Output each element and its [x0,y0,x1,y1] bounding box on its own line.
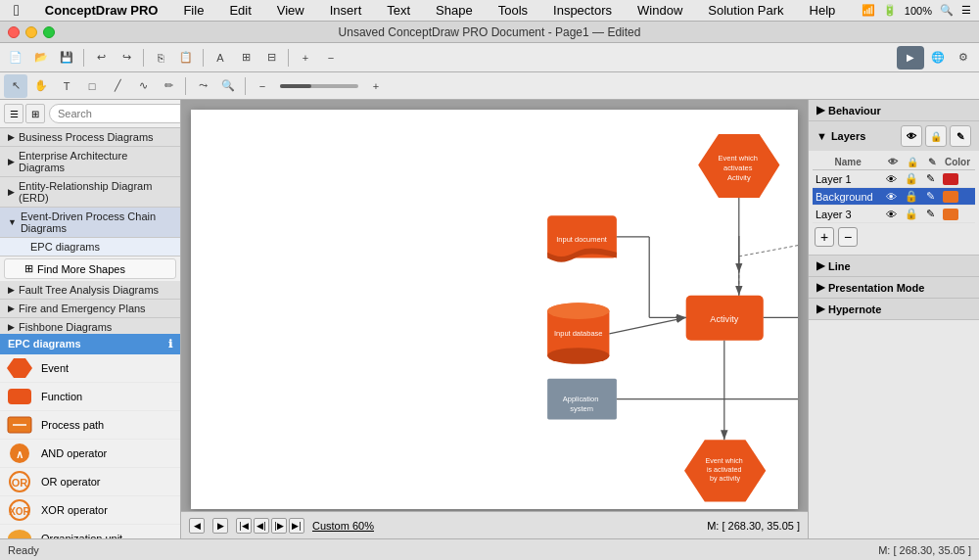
layer1-edit[interactable]: ✎ [923,170,940,188]
page-nav-3[interactable]: |▶ [271,518,287,534]
present-button[interactable]: ▶ [897,46,924,70]
menu-shape[interactable]: Shape [430,1,479,20]
layer3-color[interactable] [940,206,975,223]
category-erd[interactable]: ▶Entity-Relationship Diagram (ERD) [0,177,180,208]
curve-tool[interactable]: ∿ [131,74,155,98]
window-controls[interactable] [8,26,55,38]
redo-button[interactable]: ↪ [115,46,138,70]
menu-text[interactable]: Text [381,1,416,20]
category-event-driven[interactable]: ▼Event-Driven Process Chain Diagrams [0,208,180,238]
find-more-shapes-button[interactable]: ⊞Find More Shapes [4,258,176,279]
paste-button[interactable]: 📋 [174,46,198,70]
distribute-button[interactable]: ⊟ [259,46,283,70]
layer1-color[interactable] [940,170,975,188]
menu-view[interactable]: View [271,1,310,20]
layer3-vis[interactable]: 👁 [883,206,902,223]
epc-item-function[interactable]: Function [0,383,180,411]
apple-menu[interactable]:  [8,0,25,22]
align-button[interactable]: ⊞ [234,46,257,70]
layer3-edit[interactable]: ✎ [923,206,940,223]
layer-bg-color[interactable] [940,188,975,206]
maximize-button[interactable] [43,26,55,38]
open-button[interactable]: 📂 [29,46,53,70]
remove-layer-button[interactable]: − [838,227,858,247]
layer-bg-vis[interactable]: 👁 [883,188,902,206]
menu-window[interactable]: Window [631,1,688,20]
canvas-area[interactable]: Event which activates Activity Input doc… [181,100,808,538]
menu-insert[interactable]: Insert [324,1,368,20]
page-nav-4[interactable]: ▶| [289,518,304,534]
epc-info-icon[interactable]: ℹ [168,338,172,350]
layer1-vis[interactable]: 👁 [883,170,902,188]
layer-row-1[interactable]: Layer 1 👁 🔒 ✎ [813,170,975,188]
epc-item-and[interactable]: ∧ AND operator [0,440,180,468]
epc-item-or[interactable]: OR OR operator [0,468,180,496]
search-input[interactable] [49,104,181,123]
save-button[interactable]: 💾 [55,46,78,70]
menu-tools[interactable]: Tools [492,1,534,20]
drawing-canvas[interactable]: Event which activates Activity Input doc… [191,110,798,509]
zoom-out-view[interactable]: − [251,74,274,98]
minimize-button[interactable] [25,26,37,38]
hypernote-header[interactable]: ▶ Hypernote [809,299,979,319]
pencil-tool[interactable]: ✏ [157,74,180,98]
undo-button[interactable]: ↩ [89,46,113,70]
next-page-button[interactable]: ▶ [212,518,228,534]
svg-point-10 [8,530,31,539]
menu-file[interactable]: File [177,1,210,20]
shape-tool[interactable]: □ [80,74,104,98]
layer1-lock[interactable]: 🔒 [902,170,923,188]
menu-inspectors[interactable]: Inspectors [547,1,618,20]
hand-tool[interactable]: ✋ [29,74,53,98]
category-fault-tree[interactable]: ▶Fault Tree Analysis Diagrams [0,281,180,300]
layer-row-background[interactable]: Background 👁 🔒 ✎ [813,188,975,206]
page-nav-2[interactable]: ◀| [254,518,269,534]
settings-icon[interactable]: ⚙ [952,46,975,70]
connector-tool[interactable]: ⤳ [191,74,214,98]
epc-item-process-path[interactable]: Process path [0,411,180,440]
layer3-lock[interactable]: 🔒 [902,206,923,223]
control-center-icon[interactable]: ☰ [961,4,971,17]
category-fishbone[interactable]: ▶Fishbone Diagrams [0,318,180,334]
zoom-level[interactable]: Custom 60% [312,520,374,532]
collab-icon[interactable]: 🌐 [926,46,950,70]
menu-edit[interactable]: Edit [223,1,256,20]
layer-bg-edit[interactable]: ✎ [923,188,940,206]
zoom-in-view[interactable]: + [364,74,388,98]
app-name[interactable]: ConceptDraw PRO [39,1,164,20]
category-fire[interactable]: ▶Fire and Emergency Plans [0,300,180,318]
prev-page-button[interactable]: ◀ [189,518,205,534]
zoom-out-button[interactable]: − [319,46,343,70]
layers-header[interactable]: ▼ Layers 👁 🔒 ✎ [809,121,979,151]
close-button[interactable] [8,26,20,38]
add-layer-button[interactable]: + [815,227,834,247]
epc-item-xor[interactable]: XOR XOR operator [0,496,180,525]
format-button[interactable]: A [209,46,232,70]
category-business-process[interactable]: ▶Business Process Diagrams [0,128,180,147]
epc-item-org[interactable]: Organization unit [0,525,180,539]
epc-item-event[interactable]: Event [0,354,180,383]
layer-edit-btn[interactable]: ✎ [950,125,971,147]
page-nav-1[interactable]: |◀ [236,518,252,534]
line-header[interactable]: ▶ Line [809,256,979,276]
presentation-header[interactable]: ▶ Presentation Mode [809,277,979,298]
category-enterprise-arch[interactable]: ▶Enterprise Architecture Diagrams [0,147,180,177]
zoom-in-button[interactable]: + [294,46,317,70]
text-tool[interactable]: T [55,74,78,98]
select-tool[interactable]: ↖ [4,74,27,98]
search-system-icon[interactable]: 🔍 [940,4,954,17]
menu-help[interactable]: Help [804,1,842,20]
layer-bg-lock[interactable]: 🔒 [902,188,923,206]
new-button[interactable]: 📄 [4,46,27,70]
behaviour-header[interactable]: ▶ Behaviour [809,100,979,120]
line-tool[interactable]: ╱ [106,74,129,98]
zoom-tool[interactable]: 🔍 [216,74,240,98]
grid-view-icon[interactable]: ⊞ [25,104,45,123]
category-epc-sub[interactable]: ▶EPC diagrams [0,238,180,257]
copy-button[interactable]: ⎘ [149,46,172,70]
layer-view-btn[interactable]: 👁 [901,125,922,147]
menu-solution-park[interactable]: Solution Park [702,1,789,20]
layer-lock-btn[interactable]: 🔒 [925,125,947,147]
list-view-icon[interactable]: ☰ [4,104,23,123]
layer-row-3[interactable]: Layer 3 👁 🔒 ✎ [813,206,975,223]
